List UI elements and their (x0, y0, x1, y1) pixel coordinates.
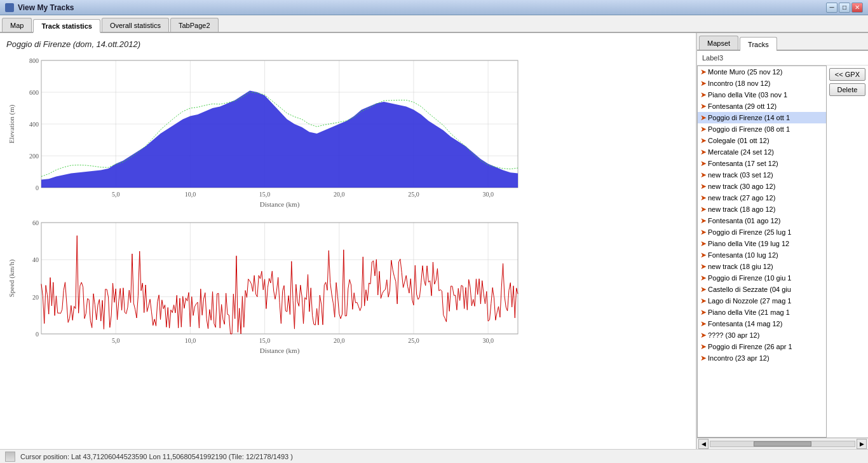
track-label: Piano della Vite (03 nov 1 (708, 91, 787, 99)
track-list-item[interactable]: ➤Fontesanta (14 mag 12) (698, 318, 826, 329)
delete-button[interactable]: Delete (829, 83, 865, 96)
track-list-item[interactable]: ➤new track (30 ago 12) (698, 181, 826, 192)
track-list-item[interactable]: ➤Castello di Sezzate (04 giu (698, 284, 826, 295)
titlebar-left: View My Tracks (5, 3, 74, 12)
track-list-item[interactable]: ➤Piano della Vite (03 nov 1 (698, 89, 826, 100)
track-list-item[interactable]: ➤Fontesanta (29 ott 12) (698, 100, 826, 112)
track-label: Poggio di Firenze (26 apr 1 (708, 343, 792, 350)
tab-tabpage2[interactable]: TabPage2 (170, 18, 219, 32)
minimize-button[interactable]: ─ (826, 3, 837, 13)
track-list-item[interactable]: ➤Colegale (01 ott 12) (698, 135, 826, 146)
hscroll-right-button[interactable]: ▶ (857, 439, 867, 449)
track-label: Lago di Nozzole (27 mag 1 (708, 297, 791, 305)
track-label: Piano della Vite (21 mag 1 (708, 308, 790, 316)
tabbar: Map Track statistics Overall statistics … (0, 15, 868, 33)
main-area: Poggio di Firenze (dom, 14.ott.2012) (0, 33, 696, 449)
track-list-item[interactable]: ➤new track (27 ago 12) (698, 192, 826, 204)
track-arrow-icon: ➤ (700, 262, 707, 271)
tab-tracks[interactable]: Tracks (740, 37, 777, 51)
track-label: Fontesanta (17 set 12) (708, 160, 778, 167)
track-list-item[interactable]: ➤Incontro (18 nov 12) (698, 78, 826, 89)
track-label: Fontesanta (01 ago 12) (708, 217, 780, 225)
track-list-item[interactable]: ➤Monte Muro (25 nov 12) (698, 66, 826, 78)
track-list-item[interactable]: ➤Fontesanta (10 lug 12) (698, 249, 826, 261)
track-arrow-icon: ➤ (700, 193, 707, 202)
track-label: Fontesanta (29 ott 12) (708, 102, 776, 110)
track-label: new track (03 set 12) (708, 171, 773, 179)
track-arrow-icon: ➤ (700, 159, 707, 168)
track-list-item[interactable]: ➤Incontro (23 apr 12) (698, 352, 826, 364)
statusbar-grip (5, 452, 15, 462)
track-arrow-icon: ➤ (700, 228, 707, 237)
tracks-list-area: ➤Monte Muro (25 nov 12)➤Incontro (18 nov… (697, 66, 827, 438)
tab-track-statistics[interactable]: Track statistics (33, 19, 100, 33)
track-list-item[interactable]: ➤Fontesanta (01 ago 12) (698, 215, 826, 226)
label3-text: Label3 (697, 51, 868, 66)
statusbar: Cursor position: Lat 43,71206044523590 L… (0, 449, 868, 463)
track-list-item[interactable]: ➤new track (18 ago 12) (698, 204, 826, 215)
track-label: Fontesanta (14 mag 12) (708, 320, 782, 328)
track-label: Incontro (18 nov 12) (708, 79, 770, 87)
hscroll-left-button[interactable]: ◀ (698, 439, 709, 449)
track-arrow-icon: ➤ (700, 79, 707, 88)
track-list-item[interactable]: ➤Poggio di Firenze (10 giu 1 (698, 272, 826, 284)
track-list-item[interactable]: ➤???? (30 apr 12) (698, 329, 826, 341)
track-list-item[interactable]: ➤new track (18 giu 12) (698, 261, 826, 272)
tracks-panel: ➤Monte Muro (25 nov 12)➤Incontro (18 nov… (697, 66, 868, 438)
track-list-item[interactable]: ➤Piano della Vite (21 mag 1 (698, 307, 826, 318)
titlebar-controls: ─ □ ✕ (826, 3, 863, 13)
track-arrow-icon: ➤ (700, 342, 707, 351)
track-arrow-icon: ➤ (700, 205, 707, 214)
track-arrow-icon: ➤ (700, 113, 707, 122)
track-list-item[interactable]: ➤new track (03 set 12) (698, 169, 826, 181)
track-arrow-icon: ➤ (700, 296, 707, 305)
track-label: new track (27 ago 12) (708, 194, 775, 202)
track-label: Incontro (23 apr 12) (708, 354, 770, 362)
track-list-item[interactable]: ➤Fontesanta (17 set 12) (698, 158, 826, 169)
track-list-item[interactable]: ➤Piano della Vite (19 lug 12 (698, 238, 826, 249)
track-arrow-icon: ➤ (700, 285, 707, 294)
track-label: Fontesanta (10 lug 12) (708, 251, 778, 259)
track-label: ???? (30 apr 12) (708, 331, 759, 339)
track-list-item[interactable]: ➤Poggio di Firenze (25 lug 1 (698, 226, 826, 238)
right-content: Label3 ➤Monte Muro (25 nov 12)➤Incontro … (697, 51, 868, 449)
hscroll-track (710, 441, 855, 447)
track-label: Poggio di Firenze (10 giu 1 (708, 274, 791, 282)
track-arrow-icon: ➤ (700, 251, 707, 259)
track-arrow-icon: ➤ (700, 319, 707, 328)
track-arrow-icon: ➤ (700, 125, 707, 134)
track-arrow-icon: ➤ (700, 136, 707, 145)
speed-chart (6, 216, 689, 356)
right-panel: Mapset Tracks Label3 ➤Monte Muro (25 nov… (696, 33, 868, 449)
hscroll-thumb[interactable] (754, 441, 811, 446)
track-list-item[interactable]: ➤Poggio di Firenze (08 ott 1 (698, 123, 826, 135)
right-tabbar: Mapset Tracks (697, 33, 868, 51)
track-arrow-icon: ➤ (700, 102, 707, 111)
app-icon (5, 3, 14, 12)
track-arrow-icon: ➤ (700, 148, 707, 156)
track-arrow-icon: ➤ (700, 331, 707, 340)
tab-overall-statistics[interactable]: Overall statistics (102, 18, 169, 32)
track-label: new track (18 ago 12) (708, 205, 775, 213)
track-title: Poggio di Firenze (dom, 14.ott.2012) (6, 39, 689, 49)
gpx-button[interactable]: << GPX (829, 68, 865, 81)
tab-map[interactable]: Map (2, 18, 32, 32)
track-arrow-icon: ➤ (700, 182, 707, 191)
track-list-item[interactable]: ➤Poggio di Firenze (26 apr 1 (698, 341, 826, 352)
close-button[interactable]: ✕ (851, 3, 863, 13)
track-label: Poggio di Firenze (25 lug 1 (708, 228, 791, 236)
track-arrow-icon: ➤ (700, 90, 707, 99)
track-label: Piano della Vite (19 lug 12 (708, 240, 789, 247)
tab-mapset[interactable]: Mapset (699, 36, 738, 50)
maximize-button[interactable]: □ (839, 3, 850, 13)
content: Poggio di Firenze (dom, 14.ott.2012) Map… (0, 33, 868, 449)
track-list-item[interactable]: ➤Lago di Nozzole (27 mag 1 (698, 295, 826, 307)
statusbar-text: Cursor position: Lat 43,71206044523590 L… (20, 453, 293, 460)
elevation-canvas (6, 54, 527, 210)
track-arrow-icon: ➤ (700, 216, 707, 225)
track-label: Poggio di Firenze (14 ott 1 (708, 114, 790, 121)
tracks-list[interactable]: ➤Monte Muro (25 nov 12)➤Incontro (18 nov… (697, 66, 827, 438)
track-list-item[interactable]: ➤Mercatale (24 set 12) (698, 146, 826, 158)
tracks-buttons: << GPX Delete (827, 66, 868, 438)
track-list-item[interactable]: ➤Poggio di Firenze (14 ott 1 (698, 112, 826, 123)
